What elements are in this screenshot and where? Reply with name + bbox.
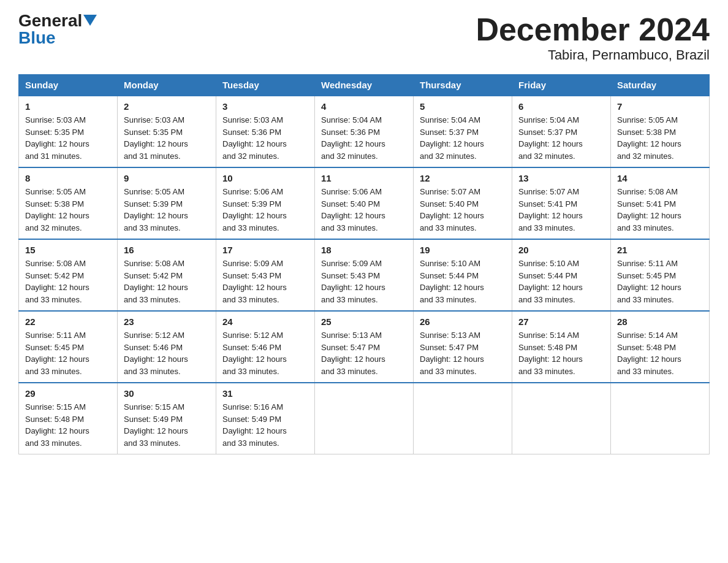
calendar-header-saturday: Saturday: [611, 75, 710, 96]
day-number: 24: [222, 316, 308, 327]
day-info: Sunrise: 5:14 AM Sunset: 5:48 PM Dayligh…: [518, 329, 604, 377]
calendar-cell: 18 Sunrise: 5:09 AM Sunset: 5:43 PM Dayl…: [315, 239, 414, 311]
day-info: Sunrise: 5:15 AM Sunset: 5:48 PM Dayligh…: [25, 401, 111, 449]
day-info: Sunrise: 5:08 AM Sunset: 5:42 PM Dayligh…: [124, 258, 210, 305]
calendar-cell: 8 Sunrise: 5:05 AM Sunset: 5:38 PM Dayli…: [19, 167, 118, 239]
calendar-header-monday: Monday: [118, 75, 216, 96]
calendar-cell: 16 Sunrise: 5:08 AM Sunset: 5:42 PM Dayl…: [118, 239, 216, 311]
calendar-cell: 4 Sunrise: 5:04 AM Sunset: 5:36 PM Dayli…: [315, 96, 414, 167]
calendar-cell: 2 Sunrise: 5:03 AM Sunset: 5:35 PM Dayli…: [118, 96, 216, 167]
calendar-cell: 30 Sunrise: 5:15 AM Sunset: 5:49 PM Dayl…: [118, 383, 216, 454]
logo-blue-text: Blue: [18, 29, 56, 47]
calendar-cell: 20 Sunrise: 5:10 AM Sunset: 5:44 PM Dayl…: [512, 239, 611, 311]
calendar-cell: [414, 383, 512, 454]
day-number: 22: [25, 316, 111, 327]
day-number: 2: [124, 101, 210, 112]
day-number: 9: [124, 173, 210, 183]
day-number: 1: [25, 101, 111, 112]
day-info: Sunrise: 5:03 AM Sunset: 5:35 PM Dayligh…: [124, 114, 210, 162]
day-number: 31: [222, 388, 308, 399]
day-info: Sunrise: 5:14 AM Sunset: 5:48 PM Dayligh…: [617, 329, 703, 377]
day-number: 12: [420, 173, 506, 183]
day-info: Sunrise: 5:04 AM Sunset: 5:37 PM Dayligh…: [518, 114, 604, 162]
page-subtitle: Tabira, Pernambuco, Brazil: [476, 47, 710, 63]
day-info: Sunrise: 5:03 AM Sunset: 5:35 PM Dayligh…: [25, 114, 111, 162]
day-info: Sunrise: 5:05 AM Sunset: 5:39 PM Dayligh…: [124, 186, 210, 234]
day-number: 5: [420, 101, 506, 112]
calendar-header-thursday: Thursday: [414, 75, 512, 96]
logo-general-text: General: [18, 12, 82, 29]
day-number: 25: [321, 316, 407, 327]
day-number: 10: [222, 173, 308, 183]
calendar-cell: 28 Sunrise: 5:14 AM Sunset: 5:48 PM Dayl…: [611, 311, 710, 383]
day-info: Sunrise: 5:09 AM Sunset: 5:43 PM Dayligh…: [222, 258, 308, 305]
day-info: Sunrise: 5:06 AM Sunset: 5:39 PM Dayligh…: [222, 186, 308, 234]
calendar-cell: 1 Sunrise: 5:03 AM Sunset: 5:35 PM Dayli…: [19, 96, 118, 167]
day-number: 27: [518, 316, 604, 327]
day-info: Sunrise: 5:06 AM Sunset: 5:40 PM Dayligh…: [321, 186, 407, 234]
day-info: Sunrise: 5:05 AM Sunset: 5:38 PM Dayligh…: [25, 186, 111, 234]
calendar-cell: 9 Sunrise: 5:05 AM Sunset: 5:39 PM Dayli…: [118, 167, 216, 239]
day-info: Sunrise: 5:12 AM Sunset: 5:46 PM Dayligh…: [124, 329, 210, 377]
day-info: Sunrise: 5:12 AM Sunset: 5:46 PM Dayligh…: [222, 329, 308, 377]
day-number: 30: [124, 388, 210, 399]
calendar-week-row: 8 Sunrise: 5:05 AM Sunset: 5:38 PM Dayli…: [19, 167, 710, 239]
calendar-cell: 23 Sunrise: 5:12 AM Sunset: 5:46 PM Dayl…: [118, 311, 216, 383]
calendar-cell: 22 Sunrise: 5:11 AM Sunset: 5:45 PM Dayl…: [19, 311, 118, 383]
day-number: 7: [617, 101, 703, 112]
day-number: 13: [518, 173, 604, 183]
calendar-cell: 12 Sunrise: 5:07 AM Sunset: 5:40 PM Dayl…: [414, 167, 512, 239]
day-info: Sunrise: 5:05 AM Sunset: 5:38 PM Dayligh…: [617, 114, 703, 162]
day-info: Sunrise: 5:11 AM Sunset: 5:45 PM Dayligh…: [617, 258, 703, 305]
calendar-table: SundayMondayTuesdayWednesdayThursdayFrid…: [18, 74, 710, 454]
calendar-cell: [315, 383, 414, 454]
day-number: 21: [617, 245, 703, 255]
title-block: December 2024 Tabira, Pernambuco, Brazil: [476, 12, 710, 63]
calendar-cell: 21 Sunrise: 5:11 AM Sunset: 5:45 PM Dayl…: [611, 239, 710, 311]
calendar-cell: 7 Sunrise: 5:05 AM Sunset: 5:38 PM Dayli…: [611, 96, 710, 167]
calendar-header-wednesday: Wednesday: [315, 75, 414, 96]
day-info: Sunrise: 5:08 AM Sunset: 5:41 PM Dayligh…: [617, 186, 703, 234]
logo-triangle-icon: [83, 15, 97, 28]
calendar-week-row: 29 Sunrise: 5:15 AM Sunset: 5:48 PM Dayl…: [19, 383, 710, 454]
day-info: Sunrise: 5:04 AM Sunset: 5:37 PM Dayligh…: [420, 114, 506, 162]
day-number: 29: [25, 388, 111, 399]
calendar-cell: 3 Sunrise: 5:03 AM Sunset: 5:36 PM Dayli…: [216, 96, 315, 167]
day-info: Sunrise: 5:03 AM Sunset: 5:36 PM Dayligh…: [222, 114, 308, 162]
day-number: 28: [617, 316, 703, 327]
day-info: Sunrise: 5:08 AM Sunset: 5:42 PM Dayligh…: [25, 258, 111, 305]
day-number: 3: [222, 101, 308, 112]
day-info: Sunrise: 5:11 AM Sunset: 5:45 PM Dayligh…: [25, 329, 111, 377]
day-info: Sunrise: 5:13 AM Sunset: 5:47 PM Dayligh…: [321, 329, 407, 377]
calendar-week-row: 15 Sunrise: 5:08 AM Sunset: 5:42 PM Dayl…: [19, 239, 710, 311]
calendar-cell: 14 Sunrise: 5:08 AM Sunset: 5:41 PM Dayl…: [611, 167, 710, 239]
day-info: Sunrise: 5:07 AM Sunset: 5:41 PM Dayligh…: [518, 186, 604, 234]
calendar-cell: 17 Sunrise: 5:09 AM Sunset: 5:43 PM Dayl…: [216, 239, 315, 311]
day-number: 14: [617, 173, 703, 183]
calendar-cell: [611, 383, 710, 454]
calendar-cell: 10 Sunrise: 5:06 AM Sunset: 5:39 PM Dayl…: [216, 167, 315, 239]
calendar-header-friday: Friday: [512, 75, 611, 96]
calendar-cell: 31 Sunrise: 5:16 AM Sunset: 5:49 PM Dayl…: [216, 383, 315, 454]
day-number: 26: [420, 316, 506, 327]
page-title: December 2024: [476, 12, 710, 47]
day-number: 20: [518, 245, 604, 255]
calendar-cell: 29 Sunrise: 5:15 AM Sunset: 5:48 PM Dayl…: [19, 383, 118, 454]
calendar-cell: 19 Sunrise: 5:10 AM Sunset: 5:44 PM Dayl…: [414, 239, 512, 311]
calendar-header-sunday: Sunday: [19, 75, 118, 96]
day-number: 18: [321, 245, 407, 255]
day-info: Sunrise: 5:16 AM Sunset: 5:49 PM Dayligh…: [222, 401, 308, 449]
logo: General Blue: [18, 12, 97, 47]
day-number: 17: [222, 245, 308, 255]
day-number: 4: [321, 101, 407, 112]
day-number: 19: [420, 245, 506, 255]
day-info: Sunrise: 5:07 AM Sunset: 5:40 PM Dayligh…: [420, 186, 506, 234]
day-number: 11: [321, 173, 407, 183]
calendar-cell: 24 Sunrise: 5:12 AM Sunset: 5:46 PM Dayl…: [216, 311, 315, 383]
day-number: 23: [124, 316, 210, 327]
calendar-cell: [512, 383, 611, 454]
day-info: Sunrise: 5:10 AM Sunset: 5:44 PM Dayligh…: [518, 258, 604, 305]
day-info: Sunrise: 5:13 AM Sunset: 5:47 PM Dayligh…: [420, 329, 506, 377]
svg-marker-0: [83, 15, 97, 26]
day-info: Sunrise: 5:04 AM Sunset: 5:36 PM Dayligh…: [321, 114, 407, 162]
